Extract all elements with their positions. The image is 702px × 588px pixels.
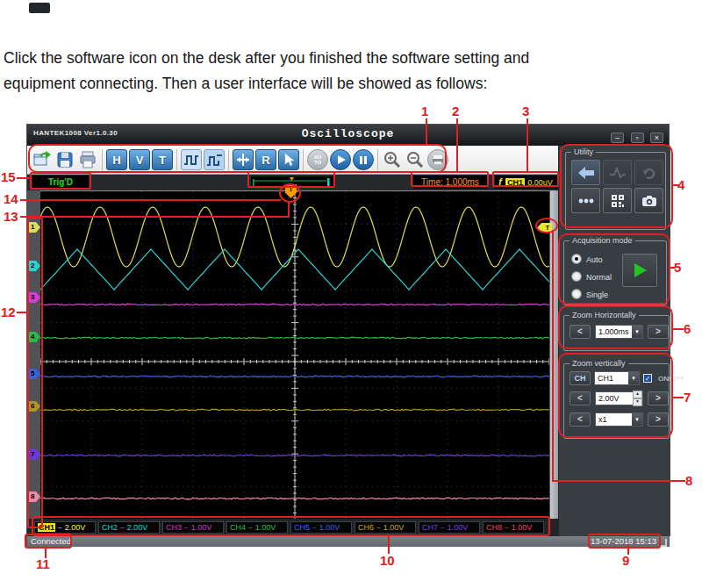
trigger-source-chip: CH1	[505, 178, 525, 187]
resize-grip-icon[interactable]	[659, 539, 667, 547]
acquisition-radio-single[interactable]: Single	[571, 285, 608, 301]
qr-code-button[interactable]	[603, 188, 632, 213]
channel-4-marker[interactable]: 4	[28, 332, 40, 342]
window-title: Oscilloscope	[27, 127, 669, 140]
callout-number-15: 15	[1, 169, 16, 184]
undo-button[interactable]	[634, 160, 663, 185]
callout-number-4: 4	[677, 177, 684, 192]
qr-code-icon	[611, 194, 625, 208]
acquisition-radio-auto[interactable]: Auto	[571, 250, 603, 266]
screenshot-button[interactable]	[634, 188, 663, 213]
h-icon: H	[106, 149, 127, 170]
channel-6-marker[interactable]: 6	[28, 401, 40, 412]
open-button[interactable]	[32, 149, 53, 171]
callout-number-13: 13	[4, 209, 18, 224]
reference-button[interactable]: R	[255, 149, 276, 171]
control-panel: Utility	[558, 146, 670, 536]
cursor-button[interactable]	[278, 149, 299, 171]
radio-selected-icon	[571, 254, 582, 264]
channel-status-ch4[interactable]: CH4~1.00V	[226, 521, 288, 534]
channel-8-marker[interactable]: 8	[28, 491, 40, 502]
channel-2-marker[interactable]: 2	[28, 261, 40, 271]
channel-select[interactable]: CH1▼	[594, 371, 640, 385]
callout-number-3: 3	[522, 104, 529, 118]
zoom-in-button[interactable]	[382, 149, 403, 171]
vertical-scrollbar[interactable]	[550, 190, 558, 519]
volts-decrease-button[interactable]: <	[569, 391, 591, 405]
plot-region: 12345678	[27, 190, 558, 519]
window-controls: – ▫ ×	[608, 128, 663, 144]
zoom-out-button[interactable]	[405, 149, 426, 171]
channel-status-ch2[interactable]: CH2~2.00V	[98, 521, 160, 534]
square-wave-button[interactable]	[181, 149, 202, 171]
zoom-in-icon	[383, 150, 402, 169]
start-button[interactable]	[330, 149, 351, 171]
toolbar-separator	[377, 149, 378, 170]
volts-spinner[interactable]: 2.00V ▲▼	[595, 391, 643, 405]
square-wave-alt-button[interactable]	[204, 149, 225, 171]
toolbar-separator	[102, 149, 103, 170]
toolbar: H V T R AUTO	[27, 146, 558, 175]
vertical-button[interactable]: V	[129, 149, 150, 171]
close-button[interactable]: ×	[650, 133, 663, 143]
channel-7-marker[interactable]: 7	[28, 449, 40, 460]
scope-grid	[40, 191, 549, 520]
channel-status-ch8[interactable]: CH8~1.00V	[483, 521, 544, 534]
channel-status-ch7[interactable]: CH7~1.00V	[419, 521, 480, 534]
volts-increase-button[interactable]: >	[648, 391, 669, 405]
channel-scale-value: 1.00V	[191, 523, 212, 532]
square-wave-alt-icon	[205, 151, 223, 169]
channel-1-marker[interactable]: 1	[28, 222, 40, 233]
multiplier-decrease-button[interactable]: <	[569, 412, 591, 427]
title-bar[interactable]: HANTEK1008 Ver1.0.30 Oscilloscope – ▫ ×	[27, 125, 669, 146]
undo-icon	[642, 167, 656, 179]
run-play-icon	[631, 262, 648, 279]
timebase-decrease-button[interactable]: <	[569, 325, 591, 339]
xy-mode-button[interactable]	[233, 149, 254, 171]
autoset-button[interactable]: AUTO	[307, 149, 328, 171]
acquisition-radio-normal[interactable]: Normal	[571, 268, 612, 283]
waveform-display[interactable]	[40, 190, 549, 520]
square-wave-icon	[183, 151, 200, 169]
channel-status-ch5[interactable]: CH5~1.00V	[290, 521, 352, 534]
horizontal-button[interactable]: H	[106, 149, 127, 171]
channel-status-ch3[interactable]: CH3~1.00V	[162, 521, 224, 534]
waveform-tool-button[interactable]	[603, 160, 632, 185]
maximize-button[interactable]: ▫	[631, 133, 644, 143]
more-options-button[interactable]	[571, 188, 600, 213]
back-button[interactable]	[571, 160, 600, 185]
back-arrow-icon	[577, 166, 595, 180]
intro-line-2: equipment connecting. Then a user interf…	[4, 71, 688, 97]
spin-down-icon[interactable]: ▼	[633, 398, 642, 406]
channel-status-ch6[interactable]: CH6~1.00V	[355, 521, 416, 534]
camera-icon	[641, 195, 657, 207]
run-button[interactable]	[622, 254, 657, 287]
print-preview-icon	[427, 149, 448, 170]
channel-name: CH3	[166, 523, 182, 532]
channel-5-marker[interactable]: 5	[28, 369, 40, 379]
ellipsis-icon	[578, 198, 594, 204]
channel-status-ch1[interactable]: CH1~2.00V	[34, 521, 96, 534]
pause-icon	[353, 149, 374, 170]
print-preview-button[interactable]	[427, 149, 448, 171]
timebase-select[interactable]: 1.000ms▼	[595, 325, 643, 339]
intro-paragraph: Click the software icon on the desk afte…	[4, 46, 688, 97]
spin-up-icon[interactable]: ▲	[633, 391, 642, 398]
channel-3-marker[interactable]: 3	[28, 292, 40, 303]
print-button[interactable]	[77, 149, 98, 171]
channel-name: CH4	[230, 523, 246, 532]
v-icon: V	[129, 149, 150, 170]
pulse-icon	[609, 167, 627, 179]
minimize-button[interactable]: –	[611, 133, 624, 143]
save-button[interactable]	[54, 149, 75, 171]
onoff-checkbox[interactable]: ✓	[643, 374, 652, 383]
trigger-button[interactable]: T	[152, 149, 173, 171]
pause-button[interactable]	[353, 149, 374, 171]
zoom-horizontal-panel: Zoom Horizontally < 1.000ms▼ >	[563, 315, 670, 351]
multiplier-select[interactable]: x1▼	[595, 412, 643, 427]
timebase-increase-button[interactable]: >	[648, 325, 669, 339]
multiplier-increase-button[interactable]: >	[648, 412, 669, 427]
ch-button[interactable]: CH	[569, 371, 591, 385]
channel-scale-value: 1.00V	[319, 523, 340, 532]
coupling-icon: ~	[312, 524, 317, 532]
